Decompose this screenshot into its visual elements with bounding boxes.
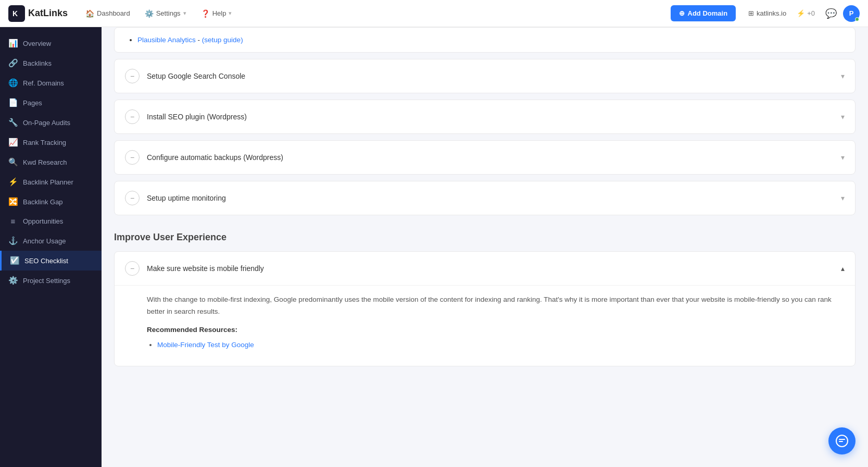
chevron-down-icon-3: ▾	[841, 153, 845, 162]
accordion-toggle-icon-1: −	[125, 69, 140, 83]
notification-count: +0	[807, 9, 815, 17]
nav-settings[interactable]: ⚙️ Settings ▾	[140, 6, 192, 21]
nav-settings-label: Settings	[156, 9, 181, 17]
nav-dashboard-label: Dashboard	[97, 9, 130, 17]
sidebar-opportunities-label: Opportunities	[23, 217, 63, 225]
sidebar-backlink-planner-label: Backlink Planner	[23, 178, 73, 186]
main-content: Plausible Analytics - (setup guide) − Se…	[102, 27, 868, 467]
accordion-toggle-icon-3: −	[125, 150, 140, 165]
sidebar-item-backlink-planner[interactable]: ⚡ Backlink Planner	[0, 172, 102, 192]
svg-text:K: K	[12, 9, 18, 18]
accordion-header-google-search-console[interactable]: − Setup Google Search Console ▾	[115, 59, 855, 93]
accordion-title-4: Setup uptime monitoring	[147, 194, 834, 202]
ref-domains-icon: 🌐	[8, 78, 18, 88]
sidebar-item-project-settings[interactable]: ⚙️ Project Settings	[0, 271, 102, 290]
support-chat-button[interactable]	[828, 427, 856, 454]
sidebar-item-on-page-audits[interactable]: 🔧 On-Page Audits	[0, 113, 102, 132]
sidebar-on-page-audits-label: On-Page Audits	[23, 119, 70, 127]
logo-text: KatLinks	[28, 8, 68, 19]
accordion-header-mobile-friendly[interactable]: − Make sure website is mobile friendly ▴	[115, 252, 855, 285]
accordion-body-mobile-friendly: With the change to mobile-first indexing…	[115, 285, 855, 366]
help-icon: ❓	[201, 9, 210, 18]
sidebar-item-seo-checklist[interactable]: ☑️ SEO Checklist	[0, 251, 102, 271]
sidebar-item-anchor-usage[interactable]: ⚓ Anchor Usage	[0, 231, 102, 251]
logo-icon: K	[8, 5, 25, 22]
sidebar: 📊 Overview 🔗 Backlinks 🌐 Ref. Domains 📄 …	[0, 27, 102, 467]
top-navigation: K KatLinks 🏠 Dashboard ⚙️ Settings ▾ ❓ H…	[0, 0, 868, 27]
backlink-gap-icon: 🔀	[8, 197, 18, 206]
accordion-toggle-icon-5: −	[125, 261, 140, 276]
chevron-down-icon-2: ▾	[841, 113, 845, 121]
accordion-header-seo-plugin[interactable]: − Install SEO plugin (Wordpress) ▾	[115, 100, 855, 133]
add-domain-circle-icon: ⊕	[679, 9, 685, 17]
help-chevron-icon: ▾	[229, 10, 232, 17]
accordion-title-3: Configure automatic backups (Wordpress)	[147, 153, 834, 162]
opportunities-icon: ≡	[8, 217, 18, 226]
avatar-letter: P	[849, 9, 854, 17]
nav-dashboard[interactable]: 🏠 Dashboard	[80, 6, 135, 21]
rank-tracking-icon: 📈	[8, 138, 18, 147]
chevron-down-icon-4: ▾	[841, 194, 845, 202]
online-status-dot	[855, 17, 859, 21]
accordion-automatic-backups: − Configure automatic backups (Wordpress…	[114, 140, 856, 175]
backlink-planner-icon: ⚡	[8, 177, 18, 187]
sidebar-item-kwd-research[interactable]: 🔍 Kwd Research	[0, 152, 102, 172]
sidebar-rank-tracking-label: Rank Tracking	[23, 139, 66, 146]
add-domain-label: Add Domain	[688, 9, 728, 17]
accordion-toggle-icon-2: −	[125, 109, 140, 124]
sidebar-overview-label: Overview	[23, 40, 51, 47]
sidebar-item-opportunities[interactable]: ≡ Opportunities	[0, 212, 102, 231]
plausible-separator: -	[198, 36, 202, 44]
sidebar-item-backlink-gap[interactable]: 🔀 Backlink Gap	[0, 192, 102, 212]
sidebar-seo-checklist-label: SEO Checklist	[24, 257, 68, 265]
backlinks-icon: 🔗	[8, 58, 18, 68]
mobile-friendly-description: With the change to mobile-first indexing…	[147, 294, 842, 318]
mobile-friendly-test-link[interactable]: Mobile-Friendly Test by Google	[157, 341, 254, 349]
plausible-item: Plausible Analytics - (setup guide)	[137, 36, 842, 44]
sidebar-item-backlinks[interactable]: 🔗 Backlinks	[0, 53, 102, 73]
notification-icon: ⚡	[797, 9, 805, 17]
sidebar-backlinks-label: Backlinks	[23, 59, 52, 67]
chat-icon[interactable]: 💬	[825, 8, 837, 19]
accordion-header-uptime-monitoring[interactable]: − Setup uptime monitoring ▾	[115, 181, 855, 215]
accordion-mobile-friendly: − Make sure website is mobile friendly ▴…	[114, 251, 856, 366]
top-partial-accordion: Plausible Analytics - (setup guide)	[114, 27, 856, 53]
nav-help[interactable]: ❓ Help ▾	[196, 6, 237, 21]
sidebar-project-settings-label: Project Settings	[23, 277, 70, 285]
domain-selector[interactable]: ⊞ katlinks.io	[748, 9, 786, 17]
anchor-usage-icon: ⚓	[8, 236, 18, 245]
sidebar-item-ref-domains[interactable]: 🌐 Ref. Domains	[0, 73, 102, 93]
sidebar-anchor-usage-label: Anchor Usage	[23, 237, 66, 245]
overview-icon: 📊	[8, 39, 18, 48]
accordion-title-1: Setup Google Search Console	[147, 72, 834, 80]
accordion-uptime-monitoring: − Setup uptime monitoring ▾	[114, 181, 856, 215]
accordion-google-search-console: − Setup Google Search Console ▾	[114, 59, 856, 93]
sidebar-item-pages[interactable]: 📄 Pages	[0, 93, 102, 113]
nav-right: ⊞ katlinks.io ⚡ +0 💬 P	[748, 5, 860, 22]
logo[interactable]: K KatLinks	[8, 5, 68, 22]
grid-icon: ⊞	[748, 9, 754, 17]
app-layout: 📊 Overview 🔗 Backlinks 🌐 Ref. Domains 📄 …	[0, 27, 868, 467]
sidebar-backlink-gap-label: Backlink Gap	[23, 198, 63, 206]
accordion-header-automatic-backups[interactable]: − Configure automatic backups (Wordpress…	[115, 141, 855, 174]
settings-chevron-icon: ▾	[183, 10, 186, 17]
setup-guide-link[interactable]: (setup guide)	[202, 36, 243, 44]
chevron-down-icon-1: ▾	[841, 72, 845, 80]
accordion-title-2: Install SEO plugin (Wordpress)	[147, 113, 834, 121]
add-domain-button[interactable]: ⊕ Add Domain	[671, 5, 736, 21]
avatar[interactable]: P	[843, 5, 860, 22]
accordion-title-5: Make sure website is mobile friendly	[147, 264, 834, 273]
sidebar-item-overview[interactable]: 📊 Overview	[0, 33, 102, 53]
seo-checklist-icon: ☑️	[10, 256, 19, 265]
nav-help-label: Help	[212, 9, 227, 17]
on-page-audits-icon: 🔧	[8, 118, 18, 127]
plausible-link[interactable]: Plausible Analytics	[137, 36, 196, 44]
mobile-test-item: Mobile-Friendly Test by Google	[157, 339, 842, 351]
accordion-seo-plugin: − Install SEO plugin (Wordpress) ▾	[114, 100, 856, 134]
sidebar-pages-label: Pages	[23, 99, 42, 107]
sidebar-item-rank-tracking[interactable]: 📈 Rank Tracking	[0, 132, 102, 152]
accordion-toggle-icon-4: −	[125, 191, 140, 205]
project-settings-icon: ⚙️	[8, 276, 18, 285]
kwd-research-icon: 🔍	[8, 157, 18, 167]
notifications-button[interactable]: ⚡ +0	[792, 7, 819, 19]
